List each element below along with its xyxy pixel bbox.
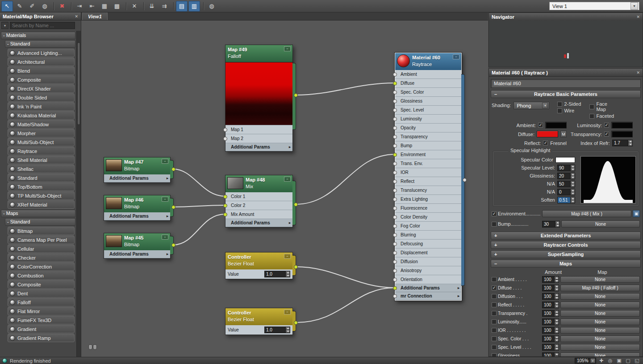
zoom-icon[interactable]: ◎ [606, 358, 614, 364]
output-connector-dot[interactable] [171, 167, 175, 171]
rollout-supersampling[interactable]: + SuperSampling [491, 250, 641, 258]
node-header[interactable]: Map #49 Falloff – [225, 45, 292, 62]
put-material-to-scene-icon[interactable]: ✐ [26, 1, 38, 12]
spinner-arrows-icon[interactable] [554, 336, 559, 342]
browser-item[interactable]: Falloff [8, 298, 75, 306]
spinner-arrows-icon[interactable] [570, 165, 575, 171]
map-slot-button[interactable]: None [560, 352, 640, 357]
input-connector-dot[interactable] [393, 161, 397, 165]
material-input-slot[interactable]: Trans. Env. [395, 159, 461, 168]
material-input-slot[interactable]: Diffusion [395, 257, 461, 266]
map-enable-checkbox[interactable] [492, 319, 497, 324]
snap-to-grid-icon[interactable]: ▩ [111, 1, 123, 12]
close-icon[interactable]: ✕ [636, 15, 640, 19]
material-input-slot[interactable]: Opacity [395, 124, 461, 132]
material-input-slot[interactable]: IOR [395, 168, 461, 177]
value-spinner[interactable]: 1.0 [264, 271, 290, 277]
navigator-viewport[interactable] [489, 21, 643, 67]
spinner-arrows-icon[interactable] [554, 344, 559, 350]
input-connector-dot[interactable] [223, 128, 227, 132]
expand-icon[interactable]: ▸ [458, 286, 459, 290]
navigator-titlebar[interactable]: Navigator ✕ [489, 13, 643, 21]
ambient-checkbox[interactable] [538, 123, 543, 128]
section-materials[interactable]: - Materials [1, 32, 75, 39]
node-map49-falloff[interactable]: Map #49 Falloff – Map 1 Map 2 [225, 45, 293, 152]
show-grid-icon[interactable]: ▦ [99, 1, 110, 12]
material-input-slot[interactable]: Diffuse [395, 79, 461, 88]
parameter-editor-titlebar[interactable]: Material #60 ( Raytrace ) ✕ [489, 69, 643, 77]
output-connector-dot[interactable] [294, 93, 298, 97]
input-connector-dot[interactable] [393, 224, 397, 228]
node-input-slot[interactable]: Map 2 [225, 134, 292, 143]
browser-item[interactable]: DirectX Shader [8, 84, 75, 93]
bump-map-button[interactable]: None [561, 220, 640, 228]
dropdown-arrow-icon[interactable]: ▼ [590, 358, 595, 363]
spinner-arrows-icon[interactable] [285, 271, 290, 277]
material-footer-slot[interactable]: mr Connection ▸ [395, 292, 461, 300]
node-input-slot[interactable]: Color 2 [225, 201, 292, 210]
two-sided-checkbox[interactable] [557, 102, 562, 107]
browser-item[interactable]: Architectural [8, 58, 75, 66]
map-amount-spinner[interactable]: 100 [542, 352, 559, 357]
spinner-arrows-icon[interactable] [554, 353, 559, 357]
additional-params-footer[interactable]: Additional Params ▸ [225, 219, 292, 227]
map-amount-spinner[interactable]: 100 [542, 293, 559, 300]
node-header[interactable]: Controller Bezier Float – [225, 252, 292, 269]
map-enable-checkbox[interactable] [492, 302, 497, 307]
select-tool-icon[interactable]: ↖ [1, 1, 13, 12]
output-connector-dot[interactable] [294, 265, 298, 269]
input-connector-dot[interactable] [393, 99, 397, 103]
material-input-slot[interactable]: Orientation [395, 275, 461, 284]
additional-params-footer[interactable]: Additional Params ▸ [104, 250, 170, 258]
additional-params-footer[interactable]: Additional Params ▸ [104, 212, 170, 220]
input-connector-dot[interactable] [393, 242, 397, 246]
face-map-checkbox[interactable] [589, 104, 594, 109]
material-input-slot[interactable]: Fog Color [395, 222, 461, 231]
pan-icon[interactable]: ✚ [597, 358, 605, 364]
spinner-arrows-icon[interactable] [628, 140, 632, 146]
material-input-slot[interactable]: Fluorescence [395, 204, 461, 213]
map-slot-button[interactable]: None [560, 327, 640, 334]
bump-checkbox[interactable] [492, 222, 497, 227]
node-header[interactable]: Map #48 Mix – [225, 175, 292, 192]
view-selector-dropdown[interactable]: View 1 ▼ [549, 2, 639, 10]
browser-scrollbar[interactable] [76, 31, 81, 357]
zoom-extents-icon[interactable]: ▢ [624, 358, 632, 364]
spinner-arrows-icon[interactable] [285, 327, 290, 333]
clear-view-icon[interactable]: ✕ [129, 1, 140, 12]
material-input-slot[interactable]: Defocusing [395, 240, 461, 248]
delete-selected-icon[interactable]: ✖ [56, 1, 68, 12]
shading-dropdown[interactable]: Phong ▼ [514, 102, 549, 109]
node-controller-bezier-float-2[interactable]: Controller Bezier Float – Value 1.0 [225, 308, 293, 335]
luminosity-color-swatch[interactable] [611, 122, 633, 128]
input-connector-dot[interactable] [393, 233, 397, 237]
node-input-slot[interactable]: Color 1 [225, 192, 292, 201]
spinner-arrows-icon[interactable] [554, 285, 559, 291]
luminosity-checkbox[interactable] [604, 123, 609, 128]
browser-titlebar[interactable]: Material/Map Browser ✕ [0, 12, 81, 21]
material-input-slot[interactable]: Environment [395, 150, 461, 159]
node-header[interactable]: Map #45 Bitmap – [104, 233, 170, 250]
input-connector-dot[interactable] [393, 144, 397, 148]
map-amount-spinner[interactable]: 100 [542, 344, 559, 351]
browser-item[interactable]: Advanced Lighting... [8, 49, 75, 57]
material-input-slot[interactable]: Luminosity [395, 115, 461, 124]
expand-icon[interactable]: ▸ [289, 145, 291, 149]
input-connector-dot[interactable] [393, 197, 397, 201]
node-map45-bitmap[interactable]: Map #45 Bitmap – Additional Params ▸ [104, 233, 171, 259]
input-connector-dot[interactable] [393, 277, 397, 281]
map-enable-checkbox[interactable] [492, 311, 497, 316]
collapse-node-icon[interactable]: – [284, 46, 291, 51]
input-connector-dot[interactable] [393, 286, 397, 290]
browser-item[interactable]: Blend [8, 66, 75, 75]
material-input-slot[interactable]: Reflect [395, 177, 461, 186]
additional-params-footer[interactable]: Additional Params ▸ [104, 174, 170, 182]
instance-lock-icon[interactable]: ▣ [633, 210, 640, 217]
input-connector-dot[interactable] [393, 215, 397, 219]
scrollbar-thumb[interactable] [77, 42, 80, 125]
browser-item[interactable]: Gradient Ramp [8, 334, 75, 342]
browser-item[interactable]: ColorCorrection [8, 262, 75, 271]
material-input-slot[interactable]: Anisotropy [395, 266, 461, 275]
material-input-slot[interactable]: Glossiness [395, 97, 461, 106]
environment-map-button[interactable]: Map #48 ( Mix ) [542, 210, 631, 217]
